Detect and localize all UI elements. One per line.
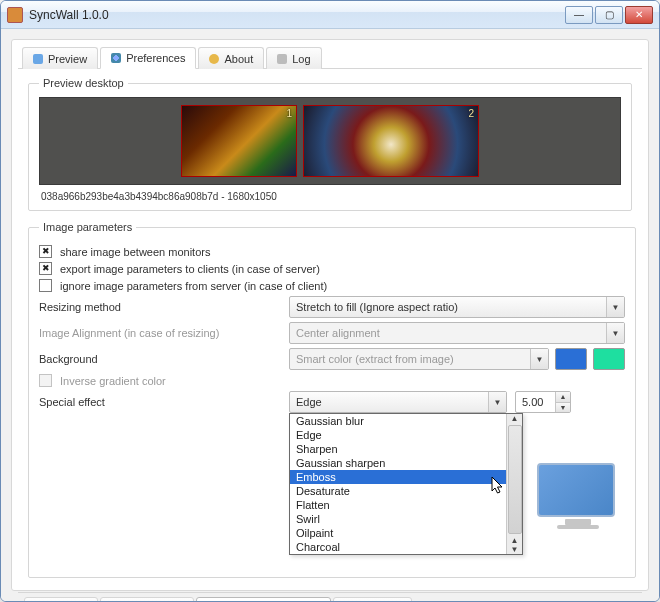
info-icon [209,54,219,64]
background-label: Background [39,353,289,365]
minimize-button[interactable]: — [565,6,593,24]
image-icon [33,54,43,64]
ignore-params-label: ignore image parameters from server (in … [60,280,327,292]
monitor-icon [537,463,619,531]
tab-label: About [224,53,253,65]
select-value: Center alignment [296,327,380,339]
preview-desktop-group: Preview desktop 1 2 038a966b293be4a3b439… [28,77,632,211]
app-icon [7,7,23,23]
background-color-2[interactable] [593,348,625,370]
tab-log[interactable]: Log [266,47,321,69]
effect-option[interactable]: Emboss [290,470,506,484]
tab-preview[interactable]: Preview [22,47,98,69]
image-parameters-legend: Image parameters [39,221,136,233]
image-parameters-group: Image parameters share image between mon… [28,221,636,578]
ignore-params-checkbox[interactable] [39,279,52,292]
preview-meta: 038a966b293be4a3b4394bc86a908b7d - 1680x… [39,185,621,202]
gear-icon [111,53,121,63]
special-effect-value[interactable]: 5.00 ▲ ▼ [515,391,571,413]
tab-preferences[interactable]: Preferences [100,47,196,69]
maximize-button[interactable]: ▢ [595,6,623,24]
background-color-1[interactable] [555,348,587,370]
select-value: Smart color (extract from image) [296,353,454,365]
spin-down-button[interactable]: ▼ [556,402,570,413]
preferences-content: Preview desktop 1 2 038a966b293be4a3b439… [18,69,642,592]
image-alignment-label: Image Alignment (in case of resizing) [39,327,289,339]
close-button[interactable]: ✕ [625,6,653,24]
export-params-checkbox[interactable] [39,262,52,275]
tab-startup[interactable]: Startup [24,597,98,602]
effect-option[interactable]: Sharpen [290,442,506,456]
monitor-index: 1 [286,108,292,119]
scroll-thumb[interactable] [508,425,522,534]
tab-about[interactable]: About [198,47,264,69]
background-row: Background Smart color (extract from ima… [39,348,625,370]
desktop-preview[interactable]: 1 2 [39,97,621,185]
monitor-index: 2 [468,108,474,119]
tab-network[interactable]: Network [333,597,412,602]
background-select: Smart color (extract from image) ▼ [289,348,549,370]
window-title: SyncWall 1.0.0 [29,8,565,22]
special-effect-label: Special effect [39,396,289,408]
tab-label: Log [292,53,310,65]
share-image-row: share image between monitors [39,245,625,258]
spin-value: 5.00 [522,396,543,408]
resizing-method-select[interactable]: Stretch to fill (Ignore aspect ratio) ▼ [289,296,625,318]
select-value: Stretch to fill (Ignore aspect ratio) [296,301,458,313]
resizing-method-row: Resizing method Stretch to fill (Ignore … [39,296,625,318]
effect-option[interactable]: Oilpaint [290,526,506,540]
scroll-up-icon[interactable]: ▲ [511,414,519,423]
spin-up-button[interactable]: ▲ [556,392,570,402]
export-params-label: export image parameters to clients (in c… [60,263,320,275]
inverse-gradient-label: Inverse gradient color [60,375,166,387]
special-effect-select[interactable]: Edge ▼ [289,391,507,413]
ignore-params-row: ignore image parameters from server (in … [39,279,625,292]
effect-option[interactable]: Flatten [290,498,506,512]
chevron-down-icon: ▼ [606,323,624,343]
preview-desktop-legend: Preview desktop [39,77,128,89]
chevron-down-icon: ▼ [488,392,506,412]
resizing-method-label: Resizing method [39,301,289,313]
image-alignment-select: Center alignment ▼ [289,322,625,344]
select-value: Edge [296,396,322,408]
bottom-tabbar: Startup Scheduling Display Parameters Ne… [18,592,642,602]
tab-display-parameters[interactable]: Display Parameters [196,597,331,602]
dropdown-scrollbar[interactable]: ▲ ▲ ▼ [506,414,522,554]
special-effect-dropdown[interactable]: ▲ ▲ ▼ Gaussian blurEdgeSharpenGaussian s… [289,413,523,555]
chevron-down-icon: ▼ [606,297,624,317]
inverse-gradient-row: Inverse gradient color [39,374,625,387]
effect-option[interactable]: Swirl [290,512,506,526]
scroll-down-icon2[interactable]: ▼ [511,545,519,554]
tab-label: Preferences [126,52,185,64]
client-area: Preview Preferences About Log [1,29,659,601]
effect-option[interactable]: Desaturate [290,484,506,498]
top-tabbar: Preview Preferences About Log [18,46,642,69]
effect-option[interactable]: Edge [290,428,506,442]
titlebar[interactable]: SyncWall 1.0.0 — ▢ ✕ [1,1,659,29]
tab-label: Preview [48,53,87,65]
export-params-row: export image parameters to clients (in c… [39,262,625,275]
monitor-thumb-2[interactable]: 2 [303,105,479,177]
app-window: SyncWall 1.0.0 — ▢ ✕ Preview Preferences [0,0,660,602]
effect-option[interactable]: Gaussian blur [290,414,506,428]
tab-scheduling[interactable]: Scheduling [100,597,193,602]
image-alignment-row: Image Alignment (in case of resizing) Ce… [39,322,625,344]
log-icon [277,54,287,64]
share-image-label: share image between monitors [60,246,210,258]
effect-option[interactable]: Gaussian sharpen [290,456,506,470]
effect-option[interactable]: Charcoal [290,540,506,554]
special-effect-row: Special effect Edge ▼ 5.00 ▲ ▼ [39,391,625,413]
share-image-checkbox[interactable] [39,245,52,258]
monitor-thumb-1[interactable]: 1 [181,105,297,177]
scroll-down-icon[interactable]: ▲ [511,536,519,545]
inverse-gradient-checkbox [39,374,52,387]
chevron-down-icon: ▼ [530,349,548,369]
